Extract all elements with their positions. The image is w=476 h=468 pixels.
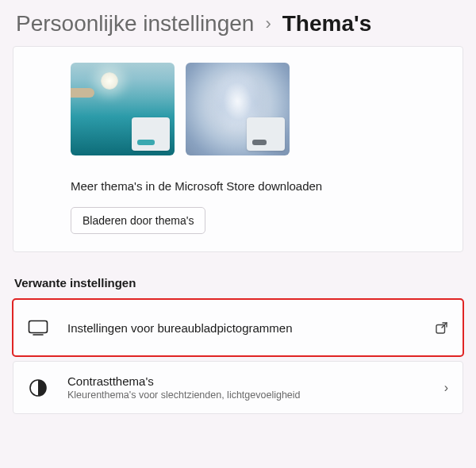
theme-thumbnails (71, 63, 448, 155)
row-body: Instellingen voor bureaubladpictogrammen (67, 321, 416, 335)
desktop-icon (28, 317, 48, 338)
breadcrumb-current: Thema's (282, 11, 371, 36)
contrast-themes-row[interactable]: Contrastthema's Kleurenthema's voor slec… (13, 361, 463, 414)
row-title: Contrastthema's (67, 374, 425, 388)
breadcrumb: Persoonlijke instellingen › Thema's (0, 0, 476, 46)
row-subtitle: Kleurenthema's voor slechtzienden, licht… (67, 389, 425, 401)
chevron-right-icon: › (444, 381, 448, 395)
theme-thumbnail-bloom[interactable] (186, 63, 290, 155)
theme-thumbnail-ocean[interactable] (71, 63, 175, 155)
row-title: Instellingen voor bureaubladpictogrammen (67, 321, 416, 335)
row-body: Contrastthema's Kleurenthema's voor slec… (67, 374, 425, 401)
theme-preview-window (132, 117, 170, 151)
theme-preview-window (247, 117, 285, 151)
breadcrumb-parent[interactable]: Persoonlijke instellingen (16, 11, 254, 36)
open-external-icon (435, 321, 448, 335)
related-settings-heading: Verwante instellingen (14, 276, 462, 290)
browse-themes-button[interactable]: Bladeren door thema's (71, 207, 205, 234)
contrast-icon (28, 378, 48, 398)
svg-rect-0 (29, 321, 48, 333)
breadcrumb-separator: › (265, 13, 271, 34)
store-download-text: Meer thema's in de Microsoft Store downl… (71, 179, 448, 193)
themes-panel: Meer thema's in de Microsoft Store downl… (13, 46, 463, 252)
desktop-icon-settings-row[interactable]: Instellingen voor bureaubladpictogrammen (13, 299, 463, 356)
